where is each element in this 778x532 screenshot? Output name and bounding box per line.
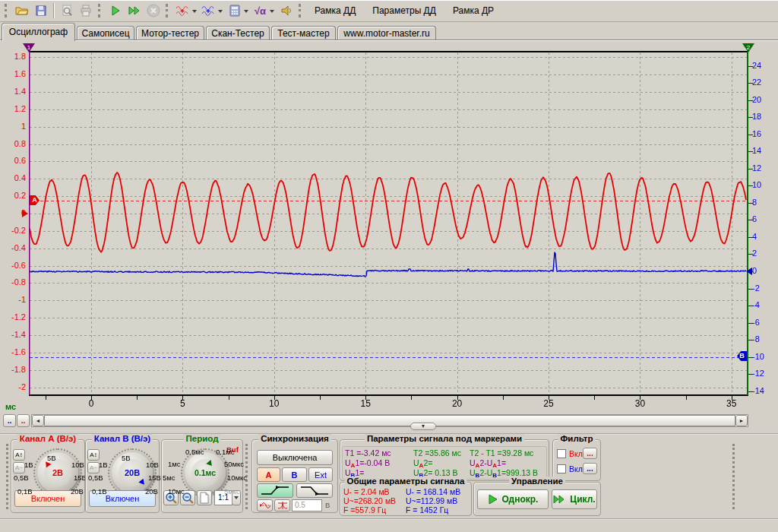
marker-1-handle[interactable]: 1 <box>23 43 35 52</box>
tab-website[interactable]: www.motor-master.ru <box>337 26 436 40</box>
y-axis-left-label: -2 <box>3 382 26 391</box>
sync-source-ext-button[interactable]: Ext <box>308 467 333 482</box>
knob-scale-label: 5В <box>47 454 56 462</box>
y-axis-right-label: 18 <box>752 112 761 121</box>
knob-scale-label: 0,1В <box>92 487 107 496</box>
math-function-dropdown-icon[interactable] <box>270 10 274 15</box>
sync-source-a-button[interactable]: А <box>257 467 280 482</box>
y-axis-left-label: -1 <box>3 295 26 304</box>
frame-dr-button[interactable]: Рамка ДР <box>444 2 502 19</box>
run-once-button[interactable] <box>106 2 125 20</box>
calculator-button[interactable] <box>225 2 244 20</box>
marker-measurements-title: Параметры сигнала под маркерами <box>365 434 524 443</box>
sync-mode-level-button[interactable] <box>274 499 290 511</box>
svg-text:1: 1 <box>27 44 31 51</box>
sync-source-b-button[interactable]: В <box>282 467 307 482</box>
filter-group: Фильтр Вкл ... Вкл ... <box>552 439 601 481</box>
y-axis-left-label: 1.2 <box>3 104 26 113</box>
channel-a-zero-arrow[interactable] <box>22 210 32 217</box>
toolbar-grip[interactable] <box>166 4 170 17</box>
panel-grip[interactable] <box>6 444 8 509</box>
tab-motor-tester[interactable]: Мотор-тестер <box>136 26 204 40</box>
toolbar-grip[interactable] <box>299 4 303 17</box>
x-axis-label: 15 <box>353 398 378 409</box>
channel-a-coupling-button[interactable]: А~ <box>13 462 25 473</box>
period-title: Период <box>184 434 221 443</box>
channel-a-range-value: 2В <box>52 468 63 477</box>
params-dd-button[interactable]: Параметры ДД <box>364 2 444 19</box>
sound-button[interactable] <box>277 2 296 20</box>
channel-b-coupling-button[interactable]: А~ <box>87 462 100 473</box>
channel-b-wave-dropdown-icon[interactable] <box>218 10 223 15</box>
y-axis-right-label: 0 <box>752 266 757 275</box>
run-cycle-button[interactable] <box>125 2 144 20</box>
sync-rising-edge-button[interactable] <box>257 483 293 498</box>
period-group: Период Buf 0.1мс 1:1 10мс5мс1мс0.5мс0.1м… <box>161 439 243 513</box>
y-axis-right-label: 12 <box>752 163 761 173</box>
y-axis-right-label: 24 <box>752 61 761 70</box>
channel-a-autorange-button[interactable]: А↕ <box>13 449 25 461</box>
knob-scale-label: 0.1мс <box>216 448 235 456</box>
x-axis-label: 30 <box>627 398 653 409</box>
y-axis-left-label: 0.4 <box>3 173 26 182</box>
oscilloscope-plot[interactable] <box>29 43 754 401</box>
channel-b-autorange-button[interactable]: А↕ <box>87 449 100 461</box>
y-axis-left-label: -1.8 <box>3 365 26 374</box>
math-function-button[interactable]: √α <box>251 2 270 20</box>
collapse-panel-button[interactable]: ▼ <box>410 423 436 430</box>
knob-scale-label: 10В <box>71 461 84 469</box>
tab-recorder[interactable]: Самописец <box>77 26 134 40</box>
tab-scan-tester[interactable]: Скан-Тестер <box>206 26 270 40</box>
channel-b-wave-button[interactable] <box>199 2 218 20</box>
channel-a-wave-button[interactable] <box>173 2 192 20</box>
knob-scale-label: 1В <box>24 461 33 469</box>
calculator-dropdown-icon[interactable] <box>244 10 248 15</box>
y-axis-left-label: -1.2 <box>3 312 26 321</box>
print-button[interactable] <box>76 2 95 20</box>
marker-a-jump-button[interactable]: .. <box>17 414 30 427</box>
period-knob[interactable]: 0.1мс <box>185 452 226 493</box>
toolbar-grip[interactable] <box>5 4 9 17</box>
panel-grip[interactable] <box>732 444 735 509</box>
knob-scale-label: 1мс <box>168 460 181 468</box>
channel-b-general-value: U- = 168.14 мВ <box>406 487 460 496</box>
channel-a-wave-dropdown-icon[interactable] <box>192 10 197 15</box>
stop-button[interactable] <box>144 2 163 20</box>
knob-scale-label: 20В <box>145 487 158 496</box>
y-axis-right-label: -4 <box>752 300 760 309</box>
y-axis-right-label: 4 <box>752 232 757 241</box>
filter-a-checkbox[interactable] <box>557 449 566 458</box>
panel-separator <box>0 518 778 520</box>
toolbar-grip[interactable] <box>98 4 103 17</box>
new-page-button[interactable] <box>197 490 212 505</box>
print-preview-button[interactable] <box>57 2 76 20</box>
sync-level-input[interactable]: 0.5 <box>292 499 322 511</box>
sync-mode-wave-button[interactable] <box>257 499 273 511</box>
scrollbar-thumb[interactable] <box>44 415 735 426</box>
marker-2-handle[interactable]: 2 <box>742 43 754 52</box>
filter-b-label: Вкл <box>569 464 583 473</box>
scroll-left-arrow[interactable]: ◄ <box>32 415 44 426</box>
x-axis-label: 10 <box>261 398 287 409</box>
open-file-button[interactable] <box>12 2 31 20</box>
y-axis-right-label: 20 <box>752 95 761 104</box>
cycle-run-button[interactable]: Цикл. <box>552 489 597 509</box>
single-run-button[interactable]: Однокр. <box>477 489 549 509</box>
knob-scale-label: 15В <box>148 473 161 482</box>
tab-test-master[interactable]: Тест-мастер <box>271 26 336 40</box>
marker-b-jump-button[interactable]: .. <box>3 414 16 427</box>
tab-oscillograph[interactable]: Осциллограф <box>2 23 75 41</box>
sync-falling-edge-button[interactable] <box>296 483 333 498</box>
save-file-button[interactable] <box>31 2 50 20</box>
scroll-right-arrow[interactable]: ► <box>735 415 748 426</box>
y-axis-left-label: -0.8 <box>3 277 26 287</box>
horizontal-scrollbar[interactable]: ◄ ► <box>31 414 748 427</box>
filter-a-settings-button[interactable]: ... <box>583 448 597 459</box>
knob-scale-label: 5В <box>122 454 131 462</box>
sync-state-button[interactable]: Выключена <box>257 450 333 465</box>
channel-b-zero-arrow[interactable] <box>742 268 752 275</box>
filter-b-settings-button[interactable]: ... <box>583 463 597 474</box>
frame-dd-button[interactable]: Рамка ДД <box>306 2 364 19</box>
filter-b-checkbox[interactable] <box>557 464 566 473</box>
knob-scale-label: 0.5мс <box>185 448 204 456</box>
